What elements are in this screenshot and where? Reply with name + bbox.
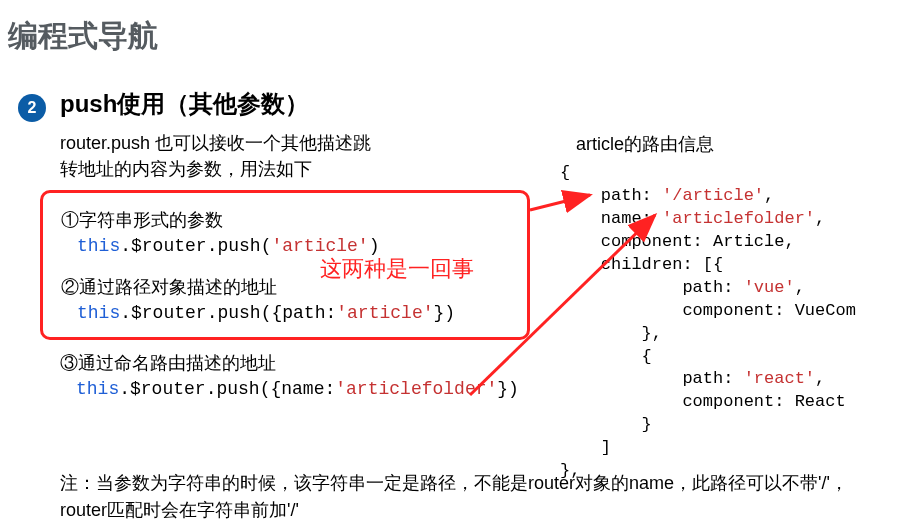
right-code-block: { path: '/article', name: 'articlefolder… — [560, 162, 856, 483]
code-token: }) — [497, 379, 519, 399]
example-3: ③通过命名路由描述的地址 this.$router.push({name:'ar… — [60, 350, 520, 399]
code-line: path: 'react', — [560, 369, 825, 388]
intro-line1: router.push 也可以接收一个其他描述跳 — [60, 133, 371, 153]
code-line: { — [560, 163, 570, 182]
bullet-number-icon: 2 — [18, 94, 46, 122]
intro-line2: 转地址的内容为参数，用法如下 — [60, 159, 312, 179]
code-token: this — [77, 236, 120, 256]
code-token: 'article' — [271, 236, 368, 256]
code-line: path: 'vue', — [560, 278, 805, 297]
examples-block: ①字符串形式的参数 this.$router.push('article') ②… — [40, 190, 520, 399]
code-token: }) — [433, 303, 455, 323]
code-line: component: VueCom — [560, 301, 856, 320]
footnote: 注：当参数为字符串的时候，该字符串一定是路径，不能是router对象的name，… — [60, 470, 880, 524]
code-token: ) — [369, 236, 380, 256]
page-title: 编程式导航 — [8, 16, 158, 57]
code-line: { — [560, 347, 652, 366]
code-token: this — [77, 303, 120, 323]
code-line: name: 'articlefolder', — [560, 209, 825, 228]
code-line: } — [560, 415, 652, 434]
code-token: 'articlefolder' — [335, 379, 497, 399]
red-annotation: 这两种是一回事 — [320, 254, 474, 284]
example-1-label: ①字符串形式的参数 — [61, 207, 513, 234]
code-token: .$router.push({path: — [120, 303, 336, 323]
example-3-code: this.$router.push({name:'articlefolder'}… — [76, 379, 520, 399]
example-3-label: ③通过命名路由描述的地址 — [60, 350, 520, 377]
section-title: push使用（其他参数） — [60, 88, 309, 120]
code-line: component: Article, — [560, 232, 795, 251]
right-block-title: article的路由信息 — [576, 132, 714, 156]
code-token: .$router.push({name: — [119, 379, 335, 399]
code-line: }, — [560, 324, 662, 343]
example-2-code: this.$router.push({path:'article'}) — [77, 303, 513, 323]
example-1-code: this.$router.push('article') — [77, 236, 513, 256]
code-token: this — [76, 379, 119, 399]
code-line: ] — [560, 438, 611, 457]
code-line: component: React — [560, 392, 846, 411]
intro-text: router.push 也可以接收一个其他描述跳 转地址的内容为参数，用法如下 — [60, 130, 420, 182]
code-line: path: '/article', — [560, 186, 774, 205]
code-line: children: [{ — [560, 255, 723, 274]
code-token: .$router.push( — [120, 236, 271, 256]
code-token: 'article' — [336, 303, 433, 323]
example-1: ①字符串形式的参数 this.$router.push('article') — [61, 207, 513, 256]
